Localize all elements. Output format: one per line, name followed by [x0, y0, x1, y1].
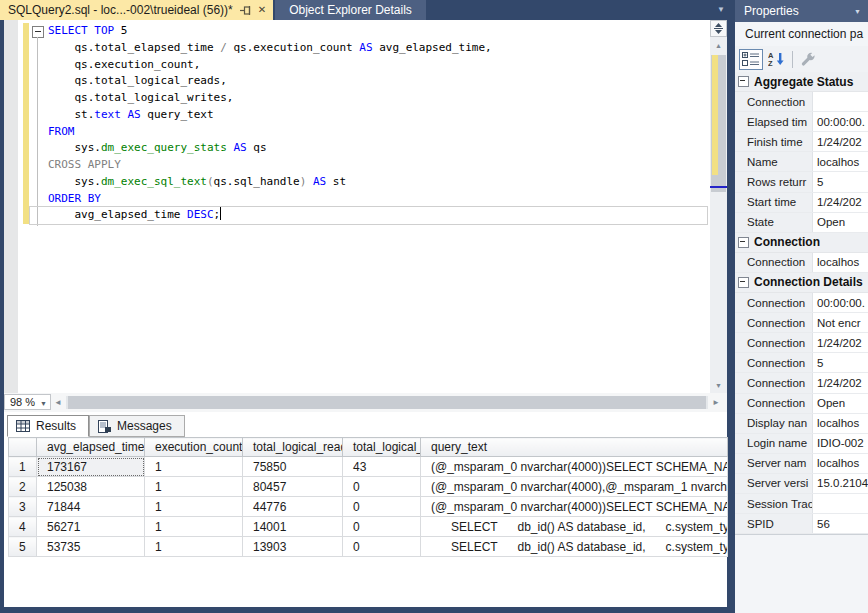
property-row[interactable]: Finish time1/24/202 — [735, 132, 868, 152]
grid-cell[interactable]: 1 — [145, 537, 243, 557]
property-value[interactable]: 1/24/202 — [813, 373, 868, 392]
code-line[interactable]: sys.dm_exec_query_stats AS qs — [48, 140, 707, 157]
sort-alphabetical-icon[interactable]: AZ — [768, 51, 785, 67]
grid-column-header[interactable]: total_logical_writes — [343, 438, 421, 457]
pin-icon[interactable] — [240, 5, 251, 16]
grid-cell[interactable]: 0 — [343, 477, 421, 497]
categorized-view-icon[interactable] — [739, 49, 763, 70]
property-value[interactable]: 00:00:00. — [813, 112, 868, 131]
property-value[interactable]: 5 — [813, 172, 868, 191]
zoom-level-dropdown[interactable]: 98 % ▼ — [4, 394, 51, 410]
collapse-section-icon[interactable] — [738, 76, 749, 87]
grid-column-header[interactable]: query_text — [421, 438, 728, 457]
property-row[interactable]: Display nanlocalhos — [735, 414, 868, 434]
property-value[interactable]: 00:00:00. — [813, 293, 868, 312]
property-row[interactable]: ConnectionNot encr — [735, 313, 868, 333]
code-line[interactable]: qs.total_logical_reads, — [48, 73, 707, 90]
properties-menu-caret-icon[interactable]: ▼ — [854, 8, 861, 15]
grid-cell[interactable]: 71844 — [37, 497, 145, 517]
properties-title-bar[interactable]: Properties ▼ — [735, 0, 868, 22]
property-value[interactable]: 1/24/202 — [813, 132, 868, 151]
grid-cell[interactable]: 56271 — [37, 517, 145, 537]
property-value[interactable]: localhos — [813, 253, 868, 272]
collapse-region-icon[interactable] — [32, 26, 44, 38]
wrench-icon[interactable] — [800, 51, 816, 67]
property-row[interactable]: Rows returr5 — [735, 172, 868, 192]
tab-messages[interactable]: Messages — [89, 415, 185, 437]
scrollbar-thumb[interactable] — [711, 55, 726, 192]
grid-cell[interactable]: 14001 — [243, 517, 343, 537]
property-row[interactable]: Connection00:00:00. — [735, 293, 868, 313]
property-value[interactable]: localhos — [813, 414, 868, 433]
scroll-left-icon[interactable]: ◄ — [52, 395, 64, 409]
sql-editor[interactable]: SELECT TOP 5 qs.total_elapsed_time / qs.… — [4, 20, 727, 393]
grid-cell[interactable]: 75850 — [243, 457, 343, 477]
code-line[interactable]: SELECT TOP 5 — [48, 23, 707, 40]
property-value[interactable]: 1/24/202 — [813, 193, 868, 212]
property-value[interactable]: localhos — [813, 454, 868, 473]
collapse-section-icon[interactable] — [738, 277, 749, 288]
collapse-section-icon[interactable] — [738, 237, 749, 248]
grid-cell[interactable]: (@_msparam_0 nvarchar(4000),@_msparam_1 … — [421, 477, 728, 497]
property-category-header[interactable]: Connection — [735, 233, 868, 253]
code-line[interactable]: sys.dm_exec_sql_text(qs.sql_handle) AS s… — [48, 174, 707, 191]
property-value[interactable]: 1/24/202 — [813, 333, 868, 352]
property-row[interactable]: Connection5 — [735, 353, 868, 373]
grid-row-header[interactable]: 4 — [9, 517, 37, 537]
property-row[interactable]: Server namlocalhos — [735, 454, 868, 474]
property-row[interactable]: Connection — [735, 92, 868, 112]
property-row[interactable]: SPID56 — [735, 514, 868, 534]
code-line[interactable]: qs.total_logical_writes, — [48, 90, 707, 107]
grid-row-header[interactable]: 3 — [9, 497, 37, 517]
grid-cell[interactable]: 80457 — [243, 477, 343, 497]
grid-column-header[interactable]: total_logical_reads — [243, 438, 343, 457]
grid-cell[interactable]: 43 — [343, 457, 421, 477]
grid-cell[interactable]: 1 — [145, 477, 243, 497]
grid-cell[interactable]: 53735 — [37, 537, 145, 557]
grid-cell[interactable]: 13903 — [243, 537, 343, 557]
property-value[interactable]: IDIO-002 — [813, 434, 868, 453]
property-row[interactable]: Namelocalhos — [735, 152, 868, 172]
grid-cell[interactable]: 1 — [145, 517, 243, 537]
code-line[interactable]: FROM — [48, 124, 707, 141]
tab-list-dropdown-icon[interactable]: ▼ — [717, 6, 725, 14]
editor-vertical-scrollbar[interactable]: ▲ ▼ — [710, 20, 727, 393]
code-line[interactable]: ORDER BY — [48, 191, 707, 208]
property-value[interactable]: Open — [813, 213, 868, 232]
grid-row-header[interactable]: 1 — [9, 457, 37, 477]
property-row[interactable]: Connection1/24/202 — [735, 333, 868, 353]
tab-sqlquery2[interactable]: SQLQuery2.sql - loc...-002\trueideal (56… — [0, 0, 273, 20]
property-row[interactable]: Elapsed tim00:00:00. — [735, 112, 868, 132]
property-value[interactable]: 56 — [813, 514, 868, 533]
property-row[interactable]: Session Trac — [735, 494, 868, 514]
grid-cell[interactable]: SELECT db_id() AS database_id, c.system_… — [421, 537, 728, 557]
property-value[interactable]: 5 — [813, 353, 868, 372]
grid-corner-cell[interactable] — [9, 438, 37, 457]
property-row[interactable]: Connection1/24/202 — [735, 373, 868, 393]
grid-cell[interactable]: 1 — [145, 497, 243, 517]
grid-cell[interactable]: SELECT db_id() AS database_id, c.system_… — [421, 517, 728, 537]
code-line[interactable]: CROSS APPLY — [48, 157, 707, 174]
property-row[interactable]: Login nameIDIO-002 — [735, 434, 868, 454]
grid-cell[interactable]: 0 — [343, 517, 421, 537]
code-line[interactable]: qs.total_elapsed_time / qs.execution_cou… — [48, 40, 707, 57]
grid-cell[interactable]: 1 — [145, 457, 243, 477]
tab-object-explorer-details[interactable]: Object Explorer Details — [275, 0, 426, 20]
code-line[interactable]: avg_elapsed_time DESC; — [48, 207, 707, 224]
editor-horizontal-scrollbar[interactable] — [66, 396, 708, 409]
code-line[interactable]: st.text AS query_text — [48, 107, 707, 124]
properties-object-selector[interactable]: Current connection pa — [735, 22, 868, 46]
property-value[interactable] — [813, 92, 868, 111]
hscrollbar-thumb[interactable] — [68, 396, 706, 409]
grid-cell[interactable]: 125038 — [37, 477, 145, 497]
property-category-header[interactable]: Connection Details — [735, 273, 868, 293]
editor-split-handle-icon[interactable] — [710, 20, 727, 37]
grid-cell[interactable]: (@_msparam_0 nvarchar(4000))SELECT SCHEM… — [421, 457, 728, 477]
code-line[interactable]: qs.execution_count, — [48, 57, 707, 74]
scroll-up-icon[interactable]: ▲ — [710, 39, 727, 52]
property-row[interactable]: ConnectionOpen — [735, 394, 868, 414]
property-value[interactable]: Open — [813, 394, 868, 413]
grid-cell[interactable]: 0 — [343, 537, 421, 557]
close-icon[interactable]: ✕ — [258, 5, 266, 15]
grid-column-header[interactable]: avg_elapsed_time — [37, 438, 145, 457]
